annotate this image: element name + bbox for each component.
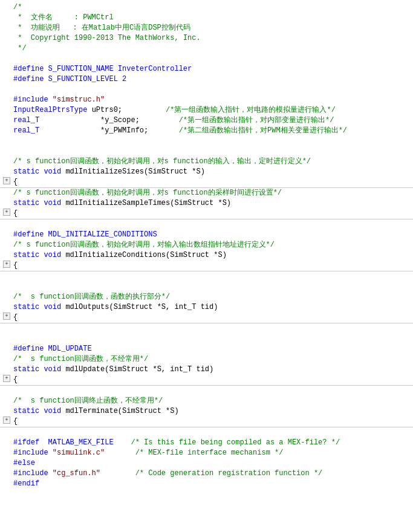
code-line: +{ bbox=[0, 177, 413, 187]
line-content: static void mdlInitializeSampleTimes(Sim… bbox=[12, 198, 412, 209]
code-token: InputRealPtrsType bbox=[13, 106, 92, 114]
fold-gutter[interactable]: + bbox=[1, 261, 12, 268]
fold-button[interactable]: + bbox=[3, 261, 10, 268]
fold-gutter[interactable]: + bbox=[1, 209, 12, 216]
code-token: /*第一组函数输出指针，对内部变量进行输出*/ bbox=[140, 116, 334, 125]
code-token: #define MDL_INITIALIZE_CONDITIONS bbox=[13, 230, 157, 239]
fold-button[interactable]: + bbox=[3, 209, 10, 216]
code-token: /*第一组函数输入指针，对电路的模拟量进行输入*/ bbox=[122, 106, 336, 114]
fold-button[interactable]: + bbox=[3, 313, 10, 320]
code-token: static void bbox=[13, 199, 65, 207]
code-token: { bbox=[13, 178, 18, 186]
line-content: #include "simulink.c" /* MEX-file interf… bbox=[12, 448, 412, 458]
line-content: { bbox=[12, 375, 412, 385]
line-content: InputRealPtrsType uPtrs0; /*第一组函数输入指针，对电… bbox=[12, 105, 412, 115]
line-content: #define MDL_INITIALIZE_CONDITIONS bbox=[12, 230, 412, 240]
code-line: static void mdlInitializeSizes(SimStruct… bbox=[0, 167, 413, 177]
code-token: /* s function回调函数，不经常用*/ bbox=[13, 355, 148, 363]
blank-line bbox=[0, 136, 413, 146]
code-token: /* MEX-file interface mechanism */ bbox=[105, 449, 283, 457]
line-content: real_T *y_Scope; /*第一组函数输出指针，对内部变量进行输出*/ bbox=[12, 115, 412, 126]
fold-gutter[interactable]: + bbox=[1, 375, 12, 382]
blank-line bbox=[0, 85, 413, 95]
line-content: /* s function回调函数，初始化时调用，对s function的采样时… bbox=[12, 188, 412, 198]
code-line: +{ bbox=[0, 417, 413, 427]
line-content: * Copyright 1990-2013 The MathWorks, Inc… bbox=[12, 33, 412, 44]
code-token: "simulink.c" bbox=[53, 449, 105, 457]
code-line: static void mdlTerminate(SimStruct *S) bbox=[0, 406, 413, 417]
code-line: #define S_FUNCTION_NAME InveterControlle… bbox=[0, 64, 413, 74]
code-token: /* s function回调函数，初始化时调用，对s function的采样时… bbox=[13, 189, 282, 197]
code-token: uPtrs0; bbox=[92, 106, 122, 114]
fold-gutter[interactable]: + bbox=[1, 417, 12, 424]
code-token: real_T bbox=[13, 116, 39, 125]
line-content: * 文件名 : PWMCtrl bbox=[12, 13, 412, 23]
code-token: mdlUpdate(SimStruct *S, int_T tid) bbox=[65, 365, 213, 374]
code-line: static void mdlOutputs(SimStruct *S, int… bbox=[0, 302, 413, 313]
fold-gutter[interactable]: + bbox=[1, 313, 12, 320]
code-token: /* s function回调函数，初始化时调用，对输入输出数组指针地址进行定义… bbox=[13, 241, 275, 249]
code-line: /* s function回调函数，初始化时调用，对输入输出数组指针地址进行定义… bbox=[0, 240, 413, 250]
code-line: /* bbox=[0, 2, 413, 13]
code-token: static void bbox=[13, 251, 65, 259]
line-content: #define S_FUNCTION_LEVEL 2 bbox=[12, 74, 412, 85]
line-content: */ bbox=[12, 44, 412, 54]
code-line: #include "cg_sfun.h" /* Code generation … bbox=[0, 469, 413, 479]
code-token: /* s function回调终止函数，不经常用*/ bbox=[13, 397, 163, 405]
code-line: #ifdef MATLAB_MEX_FILE /* Is this file b… bbox=[0, 438, 413, 448]
code-line: +{ bbox=[0, 261, 413, 271]
code-token: mdlInitializeConditions(SimStruct *S) bbox=[65, 251, 226, 259]
code-line: static void mdlUpdate(SimStruct *S, int_… bbox=[0, 365, 413, 375]
code-token: #define MDL_UPDATE bbox=[13, 345, 92, 353]
blank-line bbox=[0, 146, 413, 157]
line-content: #endif bbox=[12, 479, 412, 489]
fold-button[interactable]: + bbox=[3, 375, 10, 382]
code-token: /* Code generation registration function… bbox=[100, 469, 322, 478]
blank-line bbox=[0, 219, 413, 230]
code-line: #define S_FUNCTION_LEVEL 2 bbox=[0, 74, 413, 85]
code-token: mdlInitializeSampleTimes(SimStruct *S) bbox=[65, 199, 231, 207]
code-line: static void mdlInitializeConditions(SimS… bbox=[0, 250, 413, 261]
code-token: #endif bbox=[13, 479, 39, 488]
code-token: /* s function回调函数，初始化时调用，对s function的输入，… bbox=[13, 157, 311, 166]
code-token: { bbox=[13, 313, 18, 322]
code-token: static void bbox=[13, 365, 65, 374]
code-line: * 功能说明 : 在Matlab中用C语言DSP控制代码 bbox=[0, 23, 413, 33]
line-content: /* bbox=[12, 2, 412, 13]
line-content: /* s function回调终止函数，不经常用*/ bbox=[12, 396, 412, 406]
code-line: #define MDL_UPDATE bbox=[0, 344, 413, 354]
fold-button[interactable]: + bbox=[3, 417, 10, 424]
code-line: +{ bbox=[0, 209, 413, 219]
code-token: static void bbox=[13, 303, 65, 311]
code-line: /* s function回调函数，初始化时调用，对s function的输入，… bbox=[0, 157, 413, 167]
code-line: #include "simulink.c" /* MEX-file interf… bbox=[0, 448, 413, 458]
code-token: "cg_sfun.h" bbox=[53, 469, 100, 478]
code-editor: /* * 文件名 : PWMCtrl * 功能说明 : 在Matlab中用C语言… bbox=[0, 0, 413, 532]
line-content: /* s function回调函数，函数的执行部分*/ bbox=[12, 292, 412, 302]
code-token: /* Is this file being compiled as a MEX-… bbox=[114, 438, 340, 447]
line-content: /* s function回调函数，初始化时调用，对s function的输入，… bbox=[12, 157, 412, 167]
fold-button[interactable]: + bbox=[3, 177, 10, 184]
code-token: /* bbox=[13, 3, 22, 11]
code-token: #ifdef MATLAB_MEX_FILE bbox=[13, 438, 114, 447]
line-content: static void mdlUpdate(SimStruct *S, int_… bbox=[12, 365, 412, 375]
blank-line bbox=[0, 323, 413, 334]
blank-line bbox=[0, 282, 413, 292]
line-content: #define S_FUNCTION_NAME InveterControlle… bbox=[12, 64, 412, 74]
line-content: /* s function回调函数，不经常用*/ bbox=[12, 354, 412, 365]
blank-line bbox=[0, 271, 413, 282]
line-content: { bbox=[12, 177, 412, 187]
blank-line bbox=[0, 427, 413, 438]
fold-gutter[interactable]: + bbox=[1, 177, 12, 184]
code-token: { bbox=[13, 417, 18, 426]
code-token: #define S_FUNCTION_NAME InveterControlle… bbox=[13, 65, 192, 73]
line-content: { bbox=[12, 417, 412, 427]
code-line: /* s function回调函数，初始化时调用，对s function的采样时… bbox=[0, 188, 413, 198]
blank-line bbox=[0, 386, 413, 396]
line-content: { bbox=[12, 261, 412, 271]
code-token: "simstruc.h" bbox=[53, 96, 105, 104]
line-content: #include "simstruc.h" bbox=[12, 95, 412, 105]
code-line: #define MDL_INITIALIZE_CONDITIONS bbox=[0, 230, 413, 240]
line-content: #define MDL_UPDATE bbox=[12, 344, 412, 354]
code-token: * 文件名 : PWMCtrl bbox=[13, 13, 114, 22]
